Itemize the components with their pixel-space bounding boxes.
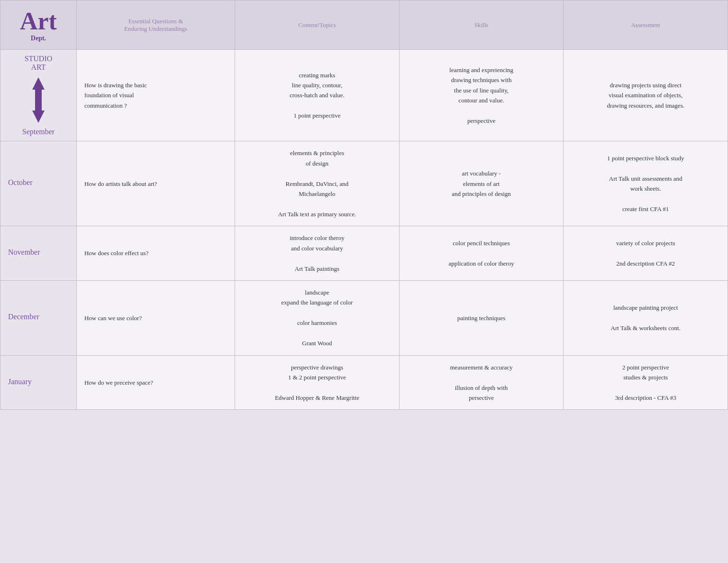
content-cell: introduce color theroy and color vocabul… [235,226,400,281]
col-assessment-header: Assessment [564,0,728,50]
skills-cell: learning and expreiencing drawing techni… [399,50,564,141]
eq-text: How is drawing the basic foundation of v… [84,82,147,109]
col-skills-label: Skills [474,21,489,28]
art-dept-header: Art Dept. [0,0,77,50]
art-title: Art [4,8,73,35]
month-cell: October [0,141,77,226]
table-row: JanuaryHow do we preceive space?perspect… [0,355,728,410]
assessment-cell: 2 point perspective studies & projects 3… [564,355,728,410]
content-cell: creating marks line quality, contour, cr… [235,50,400,141]
studio-art-cell: STUDIO ART September [0,50,77,141]
assessment-cell: 1 point perspective block study Art Talk… [564,141,728,226]
page: Art Dept. Essential Questions & Enduring… [0,0,728,563]
skills-text: measurement & accuracy illusion of depth… [450,364,513,401]
header-row: Art Dept. Essential Questions & Enduring… [0,0,728,50]
eq-cell: How do artists talk about art? [76,141,235,226]
eq-text: How can we use color? [84,314,142,322]
september-label: September [4,128,73,136]
content-cell: landscape expand the language of color c… [235,281,400,356]
content-cell: perspective drawings 1 & 2 point perspec… [235,355,400,410]
col-eq-label: Essential Questions & Enduring Understan… [124,18,187,32]
eq-text: How does color effect us? [84,249,149,257]
assessment-text: landscape painting project Art Talk & wo… [611,304,681,332]
content-cell: elements & principles of design Rembrand… [235,141,400,226]
assessment-cell: variety of color projects 2nd descriptio… [564,226,728,281]
table-row: DecemberHow can we use color?landscape e… [0,281,728,356]
content-text: creating marks line quality, contour, cr… [290,72,345,120]
skills-cell: color pencil techniques application of c… [399,226,564,281]
bidirectional-arrow-icon [26,76,51,124]
eq-cell: How can we use color? [76,281,235,356]
table-body: STUDIO ART September How is drawing the … [0,50,728,410]
month-cell: December [0,281,77,356]
month-cell: January [0,355,77,410]
col-skills-header: Skills [399,0,564,50]
content-text: introduce color theroy and color vocabul… [290,234,345,272]
col-assessment-label: Assessment [631,21,660,28]
assessment-text: variety of color projects 2nd descriptio… [616,240,675,267]
content-text: elements & principles of design Rembrand… [278,149,356,218]
table-row: OctoberHow do artists talk about art?ele… [0,141,728,226]
assessment-text: drawing projects using direct visual exa… [607,82,684,109]
skills-cell: measurement & accuracy illusion of depth… [399,355,564,410]
dept-label: Dept. [4,35,73,42]
curriculum-table: Art Dept. Essential Questions & Enduring… [0,0,728,410]
skills-cell: art vocabulary - elements of art and pri… [399,141,564,226]
month-cell: November [0,226,77,281]
eq-cell: How do we preceive space? [76,355,235,410]
col-content-label: Content/Topics [298,21,336,28]
assessment-text: 2 point perspective studies & projects 3… [615,364,676,401]
col-content-header: Content/Topics [235,0,400,50]
skills-cell: painting techniques [399,281,564,356]
eq-cell: How does color effect us? [76,226,235,281]
svg-marker-1 [32,99,45,123]
studio-art-label: STUDIO ART [4,55,73,72]
table-row: NovemberHow does color effect us?introdu… [0,226,728,281]
eq-text: How do we preceive space? [84,379,153,386]
col-eq-header: Essential Questions & Enduring Understan… [76,0,235,50]
eq-text: How do artists talk about art? [84,180,157,187]
assessment-cell: landscape painting project Art Talk & wo… [564,281,728,356]
skills-text: art vocabulary - elements of art and pri… [452,170,511,197]
assessment-cell: drawing projects using direct visual exa… [564,50,728,141]
skills-text: learning and expreiencing drawing techni… [449,66,513,124]
eq-cell: How is drawing the basic foundation of v… [76,50,235,141]
skills-text: color pencil techniques application of c… [448,240,514,267]
assessment-text: 1 point perspective block study Art Talk… [607,155,684,212]
arrow-container [4,76,73,124]
table-row: STUDIO ART September How is drawing the … [0,50,728,141]
content-text: landscape expand the language of color c… [282,289,353,347]
svg-marker-0 [32,77,45,101]
content-text: perspective drawings 1 & 2 point perspec… [275,364,359,401]
skills-text: painting techniques [457,314,505,322]
